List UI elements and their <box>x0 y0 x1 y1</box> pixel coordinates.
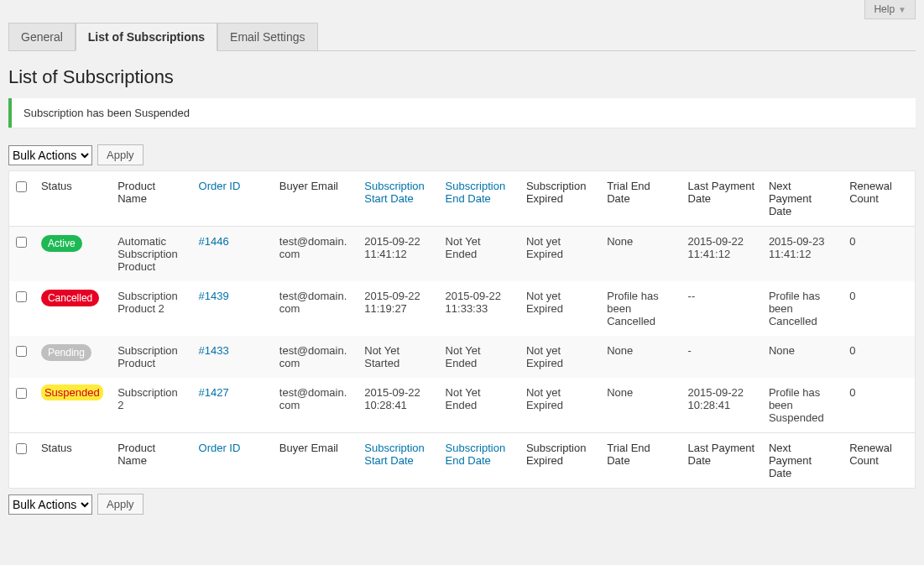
bulk-actions-select-bottom[interactable]: Bulk Actions <box>8 494 92 515</box>
cell-trial-end: None <box>600 227 681 282</box>
cell-renewal-count: 0 <box>843 281 915 336</box>
tab-email-settings[interactable]: Email Settings <box>217 23 317 51</box>
col-order-id[interactable]: Order ID <box>192 433 273 489</box>
cell-trial-end: Profile has been Cancelled <box>600 281 681 336</box>
notice-text: Subscription has been Suspended <box>23 107 190 119</box>
settings-tabs: General List of Subscriptions Email Sett… <box>8 23 916 51</box>
cell-start-date: 2015-09-22 10:28:41 <box>358 378 438 433</box>
select-all-bottom[interactable] <box>16 443 27 454</box>
tab-list-subscriptions[interactable]: List of Subscriptions <box>76 23 217 51</box>
tablenav-bottom: Bulk Actions Apply <box>8 489 916 520</box>
tab-general[interactable]: General <box>8 23 76 51</box>
cell-order-id: #1433 <box>192 336 273 378</box>
cell-end-date: Not Yet Ended <box>439 227 519 282</box>
chevron-down-icon: ▼ <box>898 5 906 14</box>
col-product-name: Product Name <box>111 171 191 227</box>
cell-trial-end: None <box>600 336 681 378</box>
status-badge: Suspended <box>41 385 103 400</box>
cell-buyer-email: test@domain.com <box>273 336 358 378</box>
table-row: PendingSubscription Product#1433test@dom… <box>9 336 916 378</box>
col-last-payment: Last Payment Date <box>681 433 762 489</box>
cell-last-payment: -- <box>681 281 762 336</box>
order-link[interactable]: #1439 <box>199 290 229 302</box>
help-label: Help <box>874 3 895 15</box>
cell-last-payment: 2015-09-22 11:41:12 <box>681 227 762 282</box>
col-next-payment: Next Payment Date <box>762 433 843 489</box>
cell-next-payment: 2015-09-23 11:41:12 <box>762 227 843 282</box>
row-checkbox[interactable] <box>16 237 27 248</box>
cell-product-name: Subscription Product 2 <box>111 281 191 336</box>
col-expired: Subscription Expired <box>519 433 600 489</box>
cell-end-date: Not Yet Ended <box>439 378 519 433</box>
cell-buyer-email: test@domain.com <box>273 281 358 336</box>
cell-order-id: #1446 <box>192 227 273 282</box>
row-checkbox[interactable] <box>16 388 27 399</box>
cell-product-name: Subscription 2 <box>111 378 191 433</box>
cell-status: Cancelled <box>34 281 111 336</box>
col-order-id[interactable]: Order ID <box>192 171 273 227</box>
cell-expired: Not yet Expired <box>519 227 600 282</box>
col-renewal-count: Renewal Count <box>843 171 915 227</box>
cell-start-date: 2015-09-22 11:19:27 <box>358 281 438 336</box>
col-status: Status <box>34 433 111 489</box>
col-trial-end: Trial End Date <box>600 171 681 227</box>
col-end-date[interactable]: Subscription End Date <box>439 171 519 227</box>
cell-start-date: 2015-09-22 11:41:12 <box>358 227 438 282</box>
page-title: List of Subscriptions <box>8 66 916 88</box>
col-status: Status <box>34 171 111 227</box>
cell-next-payment: Profile has been Suspended <box>762 378 843 433</box>
select-all-top[interactable] <box>16 181 27 192</box>
cell-expired: Not yet Expired <box>519 281 600 336</box>
cell-trial-end: None <box>600 378 681 433</box>
row-checkbox[interactable] <box>16 346 27 357</box>
row-checkbox[interactable] <box>16 291 27 302</box>
col-start-date[interactable]: Subscription Start Date <box>358 433 438 489</box>
col-last-payment: Last Payment Date <box>681 171 762 227</box>
col-buyer-email: Buyer Email <box>273 433 358 489</box>
table-row: SuspendedSubscription 2#1427test@domain.… <box>9 378 916 433</box>
cell-next-payment: None <box>762 336 843 378</box>
apply-button-bottom[interactable]: Apply <box>97 494 144 515</box>
cell-renewal-count: 0 <box>843 336 915 378</box>
col-end-date[interactable]: Subscription End Date <box>439 433 519 489</box>
cell-status: Suspended <box>34 378 111 433</box>
col-renewal-count: Renewal Count <box>843 433 915 489</box>
cell-status: Pending <box>34 336 111 378</box>
status-badge: Active <box>41 235 82 252</box>
cell-end-date: Not Yet Ended <box>439 336 519 378</box>
cell-expired: Not yet Expired <box>519 378 600 433</box>
cell-renewal-count: 0 <box>843 227 915 282</box>
order-link[interactable]: #1427 <box>199 386 229 399</box>
col-trial-end: Trial End Date <box>600 433 681 489</box>
cell-buyer-email: test@domain.com <box>273 378 358 433</box>
cell-renewal-count: 0 <box>843 378 915 433</box>
table-row: ActiveAutomatic Subscription Product#144… <box>9 227 916 282</box>
bulk-actions-select-top[interactable]: Bulk Actions <box>8 145 92 165</box>
cell-expired: Not yet Expired <box>519 336 600 378</box>
col-next-payment: Next Payment Date <box>762 171 843 227</box>
help-tab[interactable]: Help ▼ <box>864 0 916 19</box>
cell-order-id: #1427 <box>192 378 273 433</box>
table-row: CancelledSubscription Product 2#1439test… <box>9 281 916 336</box>
cell-product-name: Automatic Subscription Product <box>111 227 191 282</box>
order-link[interactable]: #1433 <box>199 344 229 357</box>
cell-next-payment: Profile has been Cancelled <box>762 281 843 336</box>
status-badge: Pending <box>41 344 91 361</box>
col-buyer-email: Buyer Email <box>273 171 358 227</box>
tablenav-top: Bulk Actions Apply <box>8 139 916 170</box>
col-start-date[interactable]: Subscription Start Date <box>358 171 438 227</box>
order-link[interactable]: #1446 <box>199 235 229 248</box>
cell-order-id: #1439 <box>192 281 273 336</box>
apply-button-top[interactable]: Apply <box>97 144 144 165</box>
subscriptions-table: Status Product Name Order ID Buyer Email… <box>8 170 916 489</box>
col-product-name: Product Name <box>111 433 191 489</box>
cell-buyer-email: test@domain.com <box>273 227 358 282</box>
cell-start-date: Not Yet Started <box>358 336 438 378</box>
cell-last-payment: - <box>681 336 762 378</box>
success-notice: Subscription has been Suspended <box>8 98 916 128</box>
cell-status: Active <box>34 227 111 282</box>
col-expired: Subscription Expired <box>519 171 600 227</box>
cell-end-date: 2015-09-22 11:33:33 <box>439 281 519 336</box>
cell-last-payment: 2015-09-22 10:28:41 <box>681 378 762 433</box>
cell-product-name: Subscription Product <box>111 336 191 378</box>
